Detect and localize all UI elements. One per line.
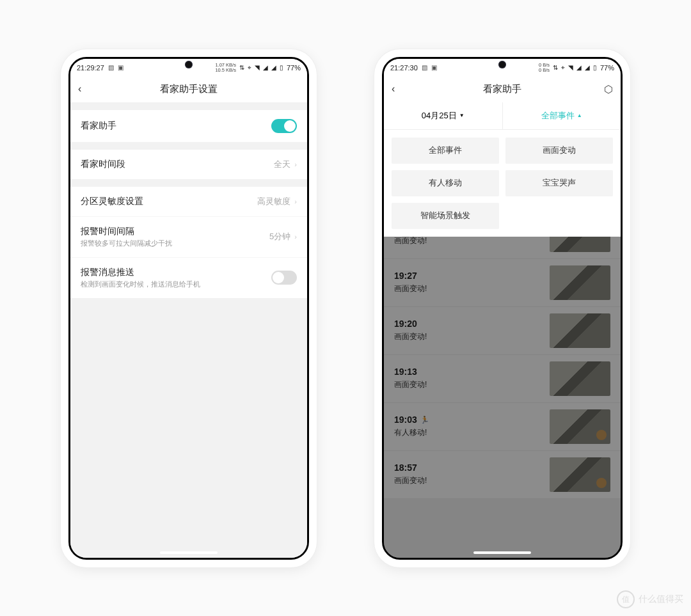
wifi-icon: ◥ xyxy=(255,64,260,71)
event-row[interactable]: 19:20画面变动! xyxy=(384,307,621,355)
event-row[interactable]: 18:57画面变动! xyxy=(384,451,621,499)
chevron-right-icon: › xyxy=(294,161,297,168)
back-button[interactable]: ‹ xyxy=(78,83,93,95)
settings-content: 看家助手 看家时间段 全天› 分区灵敏度设置 高灵敏度› xyxy=(70,102,307,558)
event-time: 18:57 xyxy=(394,462,427,473)
phone-camera xyxy=(498,61,506,68)
chip-motion[interactable]: 画面变动 xyxy=(505,138,613,164)
settings-button[interactable]: ⬡ xyxy=(598,83,613,95)
battery-icon: ▯ xyxy=(280,64,283,71)
location-icon: ⌖ xyxy=(561,64,565,72)
page-title: 看家助手设置 xyxy=(93,83,284,95)
page-title: 看家助手 xyxy=(407,83,598,95)
net-speed: 1.07 KB/s10.5 KB/s xyxy=(215,63,236,73)
signal-icon: ◢ xyxy=(585,64,590,71)
row-label: 报警时间间隔 xyxy=(81,226,172,237)
home-indicator[interactable] xyxy=(160,551,218,554)
watermark-icon: 值 xyxy=(617,590,635,608)
location-icon: ⌖ xyxy=(248,64,251,72)
chip-all[interactable]: 全部事件 xyxy=(392,138,499,164)
phone-camera xyxy=(185,61,193,68)
event-desc: 有人移动! xyxy=(394,427,429,438)
event-thumbnail[interactable] xyxy=(550,409,610,444)
updown-icon: ⇅ xyxy=(239,64,244,71)
wifi-icon: ◥ xyxy=(568,64,573,71)
icon-misc: ▣ xyxy=(118,64,123,71)
battery-pct: 77% xyxy=(600,64,614,72)
battery-icon: ▯ xyxy=(593,64,597,71)
chip-scene[interactable]: 智能场景触发 xyxy=(392,203,499,229)
row-alert-interval[interactable]: 报警时间间隔 报警较多可拉大间隔减少干扰 5分钟› xyxy=(70,217,307,258)
toggle-home-assistant[interactable] xyxy=(271,119,297,133)
chevron-right-icon: › xyxy=(294,233,297,241)
icon-misc: ▧ xyxy=(108,64,114,71)
screen-left: 21:29:27 ▧ ▣ 1.07 KB/s10.5 KB/s ⇅ ⌖ ◥ ◢ … xyxy=(68,57,309,560)
back-button[interactable]: ‹ xyxy=(392,83,407,95)
tab-filter[interactable]: 全部事件▲ xyxy=(503,102,621,129)
row-time-period[interactable]: 看家时间段 全天› xyxy=(70,150,307,179)
row-sensitivity[interactable]: 分区灵敏度设置 高灵敏度› xyxy=(70,187,307,217)
row-label: 分区灵敏度设置 xyxy=(81,196,143,207)
signal-icon: ◢ xyxy=(263,64,268,71)
event-thumbnail[interactable] xyxy=(550,313,610,348)
icon-misc: ▧ xyxy=(422,64,427,71)
battery-pct: 77% xyxy=(287,64,301,72)
event-thumbnail[interactable] xyxy=(550,457,610,492)
nav-bar: ‹ 看家助手 ⬡ xyxy=(384,77,621,102)
tabs: 04月25日▼ 全部事件▲ xyxy=(384,102,621,130)
icon-misc: ▣ xyxy=(431,64,437,71)
chip-person[interactable]: 有人移动 xyxy=(392,170,499,196)
updown-icon: ⇅ xyxy=(553,64,558,71)
status-time: 21:29:27 xyxy=(77,64,104,72)
filter-panel: 全部事件 画面变动 有人移动 宝宝哭声 智能场景触发 xyxy=(384,130,621,237)
watermark: 值 什么值得买 xyxy=(617,590,683,608)
row-push-toggle[interactable]: 报警消息推送 检测到画面变化时候，推送消息给手机 xyxy=(70,258,307,298)
row-subtitle: 报警较多可拉大间隔减少干扰 xyxy=(81,239,172,248)
event-desc: 画面变动! xyxy=(394,237,427,247)
phone-left: 21:29:27 ▧ ▣ 1.07 KB/s10.5 KB/s ⇅ ⌖ ◥ ◢ … xyxy=(61,49,317,567)
signal-icon: ◢ xyxy=(271,64,276,71)
phone-right: 21:27:30 ▧ ▣ 0 B/s0 B/s ⇅ ⌖ ◥ ◢ ◢ ▯ 77% … xyxy=(374,49,630,567)
event-time: 19:20 xyxy=(394,319,427,329)
row-main-toggle[interactable]: 看家助手 xyxy=(70,110,307,142)
row-label: 看家助手 xyxy=(81,120,116,132)
caret-down-icon: ▼ xyxy=(459,113,465,118)
chevron-right-icon: › xyxy=(294,198,297,205)
event-time: 19:13 xyxy=(394,367,427,377)
tab-date[interactable]: 04月25日▼ xyxy=(384,102,503,129)
toggle-push[interactable] xyxy=(271,271,297,285)
home-indicator[interactable] xyxy=(473,551,531,554)
status-time: 21:27:30 xyxy=(390,64,418,72)
net-speed: 0 B/s0 B/s xyxy=(539,63,550,73)
person-run-icon: 🏃 xyxy=(420,416,429,424)
signal-icon: ◢ xyxy=(576,64,582,71)
caret-up-icon: ▲ xyxy=(577,113,582,118)
event-desc: 画面变动! xyxy=(394,283,427,294)
event-row[interactable]: 19:03🏃有人移动! xyxy=(384,403,621,451)
screen-right: 21:27:30 ▧ ▣ 0 B/s0 B/s ⇅ ⌖ ◥ ◢ ◢ ▯ 77% … xyxy=(382,57,623,560)
events-list: 19:33画面变动!19:27画面变动!19:20画面变动!19:13画面变动!… xyxy=(384,237,621,499)
nav-bar: ‹ 看家助手设置 xyxy=(70,77,307,102)
row-subtitle: 检测到画面变化时候，推送消息给手机 xyxy=(81,280,200,289)
event-time: 19:27 xyxy=(394,271,427,281)
event-thumbnail[interactable] xyxy=(550,361,610,396)
events-area: 19:33画面变动!19:27画面变动!19:20画面变动!19:13画面变动!… xyxy=(384,237,621,558)
event-time: 19:03🏃 xyxy=(394,415,429,425)
event-desc: 画面变动! xyxy=(394,379,427,390)
event-desc: 画面变动! xyxy=(394,331,427,342)
row-label: 看家时间段 xyxy=(81,159,125,170)
event-thumbnail[interactable] xyxy=(550,265,610,300)
row-label: 报警消息推送 xyxy=(81,267,200,278)
event-thumbnail[interactable] xyxy=(550,237,610,252)
chip-baby[interactable]: 宝宝哭声 xyxy=(505,170,613,196)
event-row[interactable]: 19:27画面变动! xyxy=(384,259,621,307)
event-row[interactable]: 19:33画面变动! xyxy=(384,237,621,259)
event-row[interactable]: 19:13画面变动! xyxy=(384,355,621,403)
event-desc: 画面变动! xyxy=(394,475,427,486)
